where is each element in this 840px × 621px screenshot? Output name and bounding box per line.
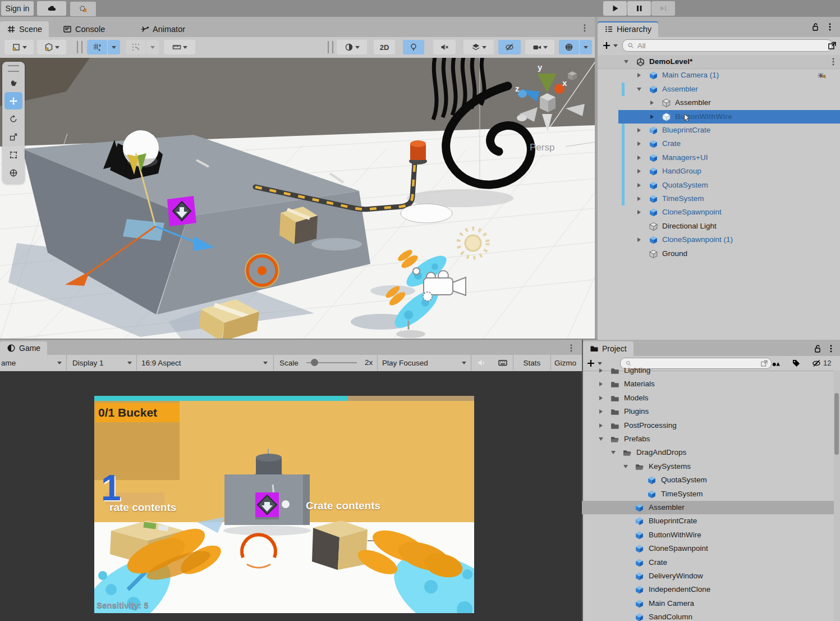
axis-z-label[interactable]: z — [515, 84, 520, 93]
create-dropdown-caret[interactable] — [613, 44, 618, 47]
view-hand-tool[interactable] — [4, 74, 22, 92]
expand-arrow-icon[interactable] — [599, 382, 603, 386]
hierarchy-item-blueprintcrate[interactable]: BlueprintCrate — [598, 124, 840, 137]
display-dropdown[interactable]: Display 1 — [67, 355, 137, 371]
sign-in-button[interactable]: Sign in — [1, 1, 34, 16]
project-item-blueprintcrate[interactable]: BlueprintCrate — [582, 514, 834, 528]
project-item-main-camera[interactable]: Main Camera — [582, 597, 834, 610]
hierarchy-item-crate[interactable]: Crate — [598, 137, 840, 150]
hierarchy-search-input[interactable]: All — [622, 39, 832, 52]
hierarchy-item-ground[interactable]: Ground — [598, 247, 840, 261]
expand-arrow-icon[interactable] — [637, 197, 641, 201]
hierarchy-item-clonespawnpoint-1[interactable]: CloneSpawnpoint (1) — [598, 233, 840, 246]
hierarchy-item-managers-ui[interactable]: Managers+UI — [598, 151, 840, 165]
gizmos-dropdown[interactable] — [580, 40, 592, 54]
tab-game[interactable]: Game — [0, 341, 47, 355]
expand-arrow-icon[interactable] — [637, 73, 641, 77]
transform-tool[interactable] — [4, 164, 22, 181]
snap-increment-dropdown[interactable] — [146, 40, 159, 54]
step-button[interactable] — [651, 1, 675, 16]
project-item-deliverywindow[interactable]: DeliveryWindow — [582, 569, 834, 583]
ruler-tool-button[interactable] — [164, 40, 195, 54]
tab-hierarchy[interactable]: Hierarchy — [598, 21, 658, 37]
pause-button[interactable] — [627, 1, 651, 16]
axis-y-label[interactable]: y — [538, 62, 543, 72]
project-lock-icon[interactable] — [813, 344, 822, 353]
hierarchy-item-demolevel[interactable]: DemoLevel* — [598, 55, 840, 69]
ai-assistant-button[interactable] — [70, 1, 97, 17]
hierarchy-item-handgroup[interactable]: HandGroup — [598, 165, 840, 178]
play-focus-dropdown[interactable]: Play Focused — [377, 355, 471, 371]
expand-arrow-icon[interactable] — [650, 101, 654, 105]
expand-arrow-icon[interactable] — [623, 465, 628, 468]
project-item-buttonwithwire[interactable]: ButtonWithWire — [582, 528, 834, 542]
project-menu-icon[interactable] — [827, 344, 836, 353]
project-scrollbar-thumb[interactable] — [834, 393, 839, 455]
scale-tool[interactable] — [4, 128, 22, 145]
gizmos-toggle-button[interactable] — [559, 40, 579, 54]
project-item-postprocessing[interactable]: PostProcessing — [582, 419, 834, 432]
axis-x-label[interactable]: x — [562, 78, 567, 88]
move-tool[interactable] — [4, 92, 22, 109]
rotate-tool[interactable] — [4, 110, 22, 127]
project-scrollbar-track[interactable] — [834, 371, 840, 621]
play-button[interactable] — [603, 1, 627, 16]
project-item-assembler[interactable]: Assembler — [582, 501, 834, 514]
expand-arrow-icon[interactable] — [611, 451, 616, 454]
project-item-models[interactable]: Models — [582, 391, 834, 405]
scene-visibility-button[interactable] — [498, 40, 521, 54]
project-item-timesystem[interactable]: TimeSystem — [582, 487, 834, 501]
expand-arrow-icon[interactable] — [637, 169, 641, 173]
tools-drag-handle[interactable] — [8, 65, 19, 72]
project-item-crate[interactable]: Crate — [582, 556, 834, 569]
project-item-quotasystem[interactable]: QuotaSystem — [582, 473, 834, 487]
expand-arrow-icon[interactable] — [637, 156, 641, 160]
scale-slider-thumb[interactable] — [311, 359, 318, 366]
project-item-lighting[interactable]: Lighting — [582, 364, 834, 377]
hierarchy-item-main-camera-1[interactable]: Main Camera (1) — [598, 69, 840, 82]
hierarchy-item-timesystem[interactable]: TimeSystem — [598, 192, 840, 206]
draw-mode-button[interactable] — [337, 40, 367, 54]
expand-arrow-icon[interactable] — [637, 210, 641, 214]
expand-arrow-icon[interactable] — [637, 141, 641, 146]
snap-increment-button[interactable] — [126, 40, 146, 54]
hierarchy-menu-icon[interactable] — [825, 22, 834, 31]
scene-context-menu-icon[interactable] — [829, 57, 838, 66]
hierarchy-item-clonespawnpoint[interactable]: CloneSpawnpoint — [598, 206, 840, 219]
hierarchy-item-assembler[interactable]: Assembler — [598, 96, 840, 109]
expand-arrow-icon[interactable] — [637, 238, 641, 242]
keyboard-capture-button[interactable] — [492, 355, 513, 371]
scene-viewport[interactable]: y x z Persp — [0, 58, 595, 340]
project-item-materials[interactable]: Materials — [582, 377, 834, 391]
tool-handle-rotation-button[interactable] — [37, 40, 66, 54]
expand-arrow-icon[interactable] — [637, 88, 641, 91]
lock-icon[interactable] — [811, 22, 820, 31]
tab-scene[interactable]: Scene — [0, 21, 49, 37]
project-item-independentclone[interactable]: IndependentClone — [582, 583, 834, 596]
gear-override-icon[interactable] — [818, 71, 829, 80]
project-item-prefabs[interactable]: Prefabs — [582, 432, 834, 446]
stats-button[interactable]: Stats — [513, 355, 551, 371]
tool-handle-position-button[interactable] — [4, 40, 34, 54]
game-mode-dropdown[interactable]: ame — [0, 355, 67, 371]
expand-arrow-icon[interactable] — [624, 60, 628, 63]
hierarchy-item-directional-light[interactable]: Directional Light — [598, 220, 840, 233]
hierarchy-item-buttonwithwire[interactable]: ButtonWithWire — [598, 110, 840, 124]
expand-arrow-icon[interactable] — [599, 368, 603, 373]
project-item-clonespawnpoint[interactable]: CloneSpawnpoint — [582, 542, 834, 555]
hierarchy-item-quotasystem[interactable]: QuotaSystem — [598, 179, 840, 192]
perspective-label[interactable]: Persp — [530, 142, 554, 153]
scene-audio-button[interactable] — [433, 40, 456, 54]
grid-snapping-button[interactable] — [87, 40, 107, 54]
tab-animator[interactable]: Animator — [134, 21, 192, 37]
tab-project[interactable]: Project — [583, 341, 634, 356]
scene-lighting-button[interactable] — [403, 40, 424, 54]
gizmos-button[interactable]: Gizmo — [551, 355, 582, 371]
cloud-services-button[interactable] — [37, 1, 66, 16]
hierarchy-item-assembler[interactable]: Assembler — [598, 83, 840, 96]
project-item-draganddrops[interactable]: DragAndDrops — [582, 446, 834, 459]
scene-camera-settings-button[interactable] — [525, 40, 554, 54]
scene-effects-button[interactable] — [463, 40, 494, 54]
expand-arrow-icon[interactable] — [599, 437, 603, 441]
expand-arrow-icon[interactable] — [637, 183, 641, 188]
